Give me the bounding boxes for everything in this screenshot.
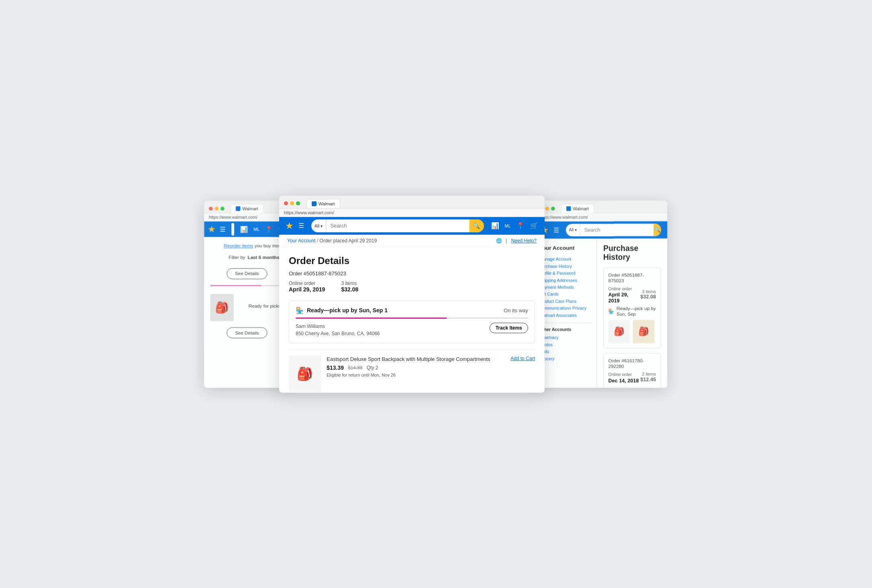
- right-search-container: All 🔍: [566, 223, 661, 236]
- center-tab[interactable]: Walmart: [306, 199, 340, 208]
- purchase-history-title: Purchase History: [603, 244, 661, 262]
- need-help-link[interactable]: Need Help?: [511, 238, 537, 244]
- center-hamburger-icon[interactable]: ☰: [298, 222, 304, 229]
- product-actions-1: Add to Cart: [510, 356, 535, 361]
- center-search-input[interactable]: [326, 223, 469, 229]
- right-tab-label: Walmart: [573, 206, 588, 211]
- right-maximize-button[interactable]: [551, 206, 555, 210]
- product-row-1: 🎒 Eastsport Deluxe Sport Backpack with M…: [289, 350, 535, 393]
- left-reorder-icon[interactable]: 📊: [240, 225, 248, 232]
- order-card-meta-right-1: 3 items $32.08: [640, 289, 656, 299]
- sidebar-item-payment-methods[interactable]: Payment Methods: [539, 283, 592, 290]
- order-card-product-img-1a: 🎒: [608, 320, 629, 343]
- order-type-item: Online order April 29, 2019: [289, 281, 325, 293]
- order-card-number-1: Order #5051887-875023: [608, 272, 656, 283]
- center-cart-icon[interactable]: 🛒: [530, 222, 538, 229]
- center-user-label[interactable]: ML: [505, 223, 511, 228]
- add-to-cart-1[interactable]: Add to Cart: [510, 356, 535, 361]
- left-favicon-icon: [236, 206, 241, 211]
- sidebar-item-communications-privacy[interactable]: Communications Privacy: [539, 305, 592, 311]
- sidebar-item-photos[interactable]: Photos: [539, 341, 592, 348]
- sidebar-item-gift-cards[interactable]: Gift Cards: [539, 291, 592, 297]
- reorder-link[interactable]: Reorder items: [224, 243, 253, 248]
- right-favicon-icon: [566, 206, 571, 211]
- see-details-button-1[interactable]: See Details: [227, 268, 267, 279]
- left-maximize-button[interactable]: [220, 206, 224, 210]
- backpack-icon-product-1: 🎒: [297, 366, 313, 381]
- product-name-1: Eastsport Deluxe Sport Backpack with Mul…: [327, 356, 505, 363]
- pickup-icon-1: 🏪: [608, 308, 614, 314]
- center-close-button[interactable]: [284, 201, 288, 205]
- sidebar-item-grocery[interactable]: Grocery: [539, 355, 592, 362]
- product-image-1: 🎒: [289, 356, 321, 392]
- see-details-button-2[interactable]: See Details: [227, 327, 267, 338]
- right-nav: ★ ☰ All 🔍: [535, 221, 667, 238]
- center-nav: ★ ☰ All 🔍 📊 ML 📍 🛒: [279, 217, 545, 235]
- center-search-dropdown[interactable]: All: [311, 219, 326, 232]
- center-search-container: All 🔍: [311, 219, 484, 232]
- center-walmart-logo: ★: [286, 221, 293, 231]
- sidebar-item-vudu[interactable]: Vudu: [539, 348, 592, 354]
- order-card-meta-left-2: Online order Dec 14, 2018: [608, 371, 639, 383]
- right-hamburger-icon[interactable]: ☰: [553, 226, 559, 233]
- sidebar-item-product-care-plans[interactable]: Product Care Plans: [539, 297, 592, 304]
- shipment-section: 🏪 Ready—pick up by Sun, Sep 1 On its way…: [289, 301, 535, 343]
- right-address-bar[interactable]: https://www.walmart.com/: [535, 213, 667, 221]
- center-reorder-icon[interactable]: 📊: [491, 222, 499, 229]
- left-close-button[interactable]: [209, 206, 213, 210]
- order-card-meta-left-1: Online order April 29, 2019: [608, 285, 640, 303]
- center-location-icon[interactable]: 📍: [516, 222, 524, 229]
- right-tab-bar: Walmart: [561, 203, 662, 212]
- right-url: https://www.walmart.com/: [539, 215, 588, 219]
- account-breadcrumb-link[interactable]: Your Account: [287, 238, 315, 244]
- center-minimize-button[interactable]: [290, 201, 294, 205]
- breadcrumb-actions: 🌐 | Need Help?: [496, 238, 537, 244]
- right-minimize-button[interactable]: [545, 206, 549, 210]
- order-number: Order #5051887-875023: [289, 270, 535, 277]
- left-product-image-1: 🎒: [210, 294, 234, 321]
- order-items-label: 3 items: [341, 281, 358, 286]
- sidebar-item-profile-password[interactable]: Profile & Password: [539, 269, 592, 276]
- right-search-dropdown[interactable]: All: [566, 223, 580, 236]
- left-content: Reorder items you buy most. Filter by La…: [204, 237, 290, 344]
- left-address-bar[interactable]: https://www.walmart.com/: [204, 213, 290, 221]
- sidebar-item-pharmacy[interactable]: Pharmacy: [539, 334, 592, 340]
- product-info-1: Eastsport Deluxe Sport Backpack with Mul…: [327, 356, 505, 377]
- order-card-number-2: Order #6161780-292280: [608, 358, 656, 369]
- order-date-value: April 29, 2019: [289, 286, 325, 293]
- sidebar-item-purchase-history[interactable]: Purchase History: [539, 262, 592, 269]
- right-search-input[interactable]: [580, 227, 654, 233]
- filter-row: Filter by Last 6 months: [210, 255, 284, 260]
- order-meta: Online order April 29, 2019 3 items $32.…: [289, 281, 535, 293]
- track-items-button[interactable]: Track Items: [489, 323, 528, 333]
- order-card-2[interactable]: Order #6161780-292280 Online order Dec 1…: [603, 353, 661, 387]
- left-minimize-button[interactable]: [214, 206, 218, 210]
- left-tab[interactable]: Walmart: [230, 203, 263, 212]
- left-user-label[interactable]: ML: [253, 227, 259, 232]
- center-address-bar[interactable]: https://www.walmart.com/: [279, 209, 545, 217]
- center-maximize-button[interactable]: [296, 201, 300, 205]
- left-location-icon[interactable]: 📍: [265, 225, 273, 232]
- left-hamburger-icon[interactable]: ☰: [220, 225, 225, 232]
- shipment-status: On its way: [504, 307, 528, 313]
- center-favicon-icon: [312, 201, 317, 206]
- center-search-button[interactable]: 🔍: [469, 219, 484, 232]
- shipment-label-1: Ready—pick up by Sun, Sep: [617, 306, 656, 317]
- sidebar-item-walmart-associates[interactable]: Walmart Associates: [539, 311, 592, 318]
- center-traffic-lights: [284, 201, 300, 205]
- filter-value[interactable]: Last 6 months: [248, 255, 280, 260]
- product-pricing-1: $13.39 $14.88 Qty 2: [327, 365, 505, 371]
- left-nav: ★ ☰ All 🔍 📊 ML 📍 🛒: [204, 221, 290, 237]
- product-return-1: Eligible for return until Mon, Nov 26: [327, 373, 505, 377]
- order-card-items-1: 3 items: [640, 289, 656, 293]
- left-search-dropdown[interactable]: All: [231, 223, 234, 235]
- right-tab[interactable]: Walmart: [561, 203, 594, 212]
- right-search-button[interactable]: 🔍: [654, 223, 661, 236]
- reorder-text: Reorder items you buy most.: [210, 243, 284, 248]
- progress-bar-container: [296, 318, 528, 319]
- order-card-1[interactable]: Order #5051887-875023 Online order April…: [603, 267, 661, 348]
- sidebar-item-shipping-addresses[interactable]: Shipping Addresses: [539, 277, 592, 283]
- left-traffic-lights: [209, 206, 224, 210]
- sidebar-item-manage-account[interactable]: Manage Account: [539, 255, 592, 262]
- order-details-main: Order Details Order #5051887-875023 Onli…: [279, 247, 545, 393]
